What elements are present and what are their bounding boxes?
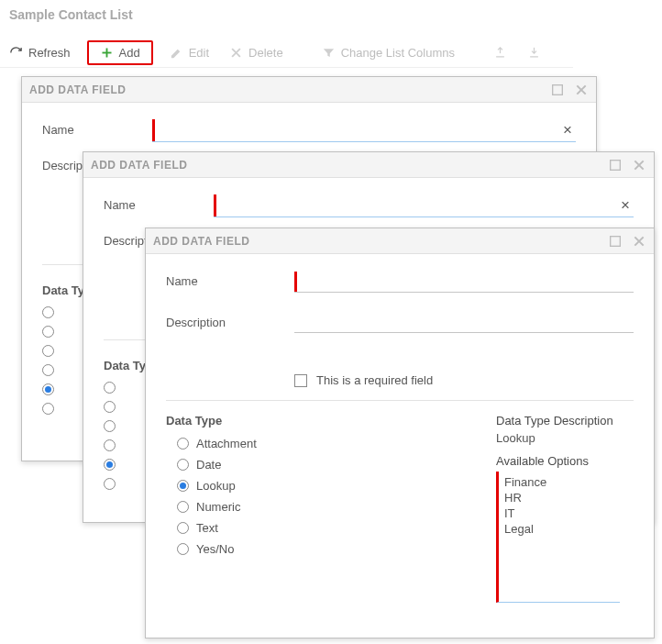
- maximize-icon[interactable]: [608, 234, 623, 249]
- svg-rect-10: [611, 236, 621, 246]
- delete-label: Delete: [248, 46, 283, 60]
- delete-button[interactable]: Delete: [226, 44, 287, 61]
- edit-button[interactable]: Edit: [166, 44, 213, 61]
- name-input[interactable]: [216, 195, 617, 217]
- x-icon: [229, 46, 243, 60]
- radio-label: Attachment: [196, 437, 257, 450]
- option-item: IT: [504, 506, 614, 522]
- plus-icon: [100, 46, 114, 60]
- option-item: Finance: [504, 475, 614, 491]
- type-description-value: Lookup: [496, 431, 634, 445]
- radio-date[interactable]: Date: [177, 458, 459, 472]
- close-icon[interactable]: [632, 158, 646, 172]
- refresh-button[interactable]: Refresh: [6, 44, 74, 61]
- export-button[interactable]: [490, 44, 511, 61]
- radio-label: Lookup: [196, 479, 236, 493]
- required-label: This is a required field: [316, 373, 433, 387]
- available-options-label: Available Options: [496, 454, 634, 468]
- radio-yesno[interactable]: Yes/No: [177, 542, 459, 556]
- close-icon[interactable]: [632, 234, 646, 249]
- dialog-title: ADD DATA FIELD: [29, 83, 126, 96]
- change-columns-label: Change List Columns: [341, 46, 455, 60]
- toolbar: Refresh Add Edit Delete Change List Colu…: [0, 39, 573, 68]
- add-button[interactable]: Add: [96, 44, 144, 61]
- import-button[interactable]: [524, 44, 545, 61]
- add-label: Add: [119, 46, 140, 60]
- radio-attachment[interactable]: Attachment: [177, 437, 459, 450]
- change-columns-button[interactable]: Change List Columns: [318, 44, 458, 61]
- description-label: Description: [166, 312, 294, 329]
- available-options-box[interactable]: Finance HR IT Legal: [496, 472, 620, 603]
- name-input[interactable]: [297, 271, 634, 292]
- radio-label: Numeric: [196, 500, 240, 514]
- radio-lookup[interactable]: Lookup: [177, 479, 459, 493]
- edit-label: Edit: [189, 46, 209, 60]
- maximize-icon[interactable]: [608, 158, 623, 172]
- svg-rect-4: [553, 84, 563, 94]
- dialog-add-data-field-3: ADD DATA FIELD Name Description: [145, 228, 655, 638]
- option-item: HR: [504, 491, 614, 506]
- download-icon: [527, 46, 541, 60]
- description-input[interactable]: [294, 307, 634, 333]
- add-button-highlight: Add: [87, 40, 153, 65]
- maximize-icon[interactable]: [550, 83, 565, 97]
- name-input[interactable]: [155, 120, 559, 141]
- type-description-label: Data Type Description: [496, 414, 634, 427]
- clear-icon[interactable]: ×: [617, 196, 634, 215]
- clear-icon[interactable]: ×: [559, 121, 576, 139]
- required-checkbox[interactable]: [294, 374, 307, 387]
- name-label: Name: [166, 271, 294, 288]
- page-title: Sample Contact List: [9, 7, 133, 22]
- close-icon[interactable]: [574, 83, 589, 97]
- radio-label: Date: [196, 458, 221, 472]
- dialog-title: ADD DATA FIELD: [91, 159, 187, 172]
- refresh-icon: [9, 46, 23, 60]
- radio-label: Yes/No: [196, 542, 234, 556]
- name-label: Name: [42, 119, 152, 137]
- refresh-label: Refresh: [28, 46, 71, 60]
- name-label: Name: [104, 194, 214, 212]
- option-item: Legal: [504, 522, 614, 538]
- radio-text[interactable]: Text: [177, 521, 459, 535]
- upload-icon: [493, 46, 507, 60]
- pencil-icon: [170, 46, 183, 60]
- data-type-label: Data Type: [166, 414, 459, 427]
- dialog-title: ADD DATA FIELD: [153, 235, 249, 248]
- filter-icon: [322, 46, 336, 60]
- radio-label: Text: [196, 521, 218, 535]
- svg-rect-7: [611, 160, 621, 170]
- radio-numeric[interactable]: Numeric: [177, 500, 459, 514]
